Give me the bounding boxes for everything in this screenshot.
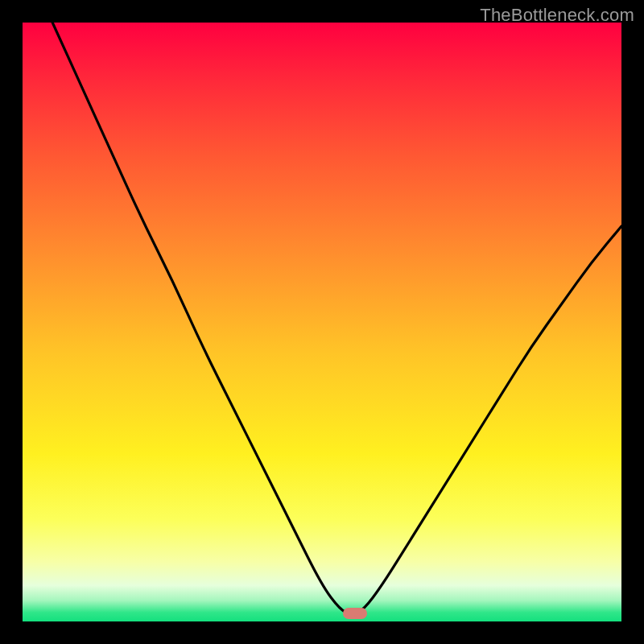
curve-path [52,23,621,614]
watermark-text: TheBottleneck.com [480,5,634,26]
optimal-marker [343,608,367,619]
bottleneck-curve [23,23,621,621]
chart-frame: TheBottleneck.com [0,0,644,644]
chart-plot-area [23,23,621,621]
